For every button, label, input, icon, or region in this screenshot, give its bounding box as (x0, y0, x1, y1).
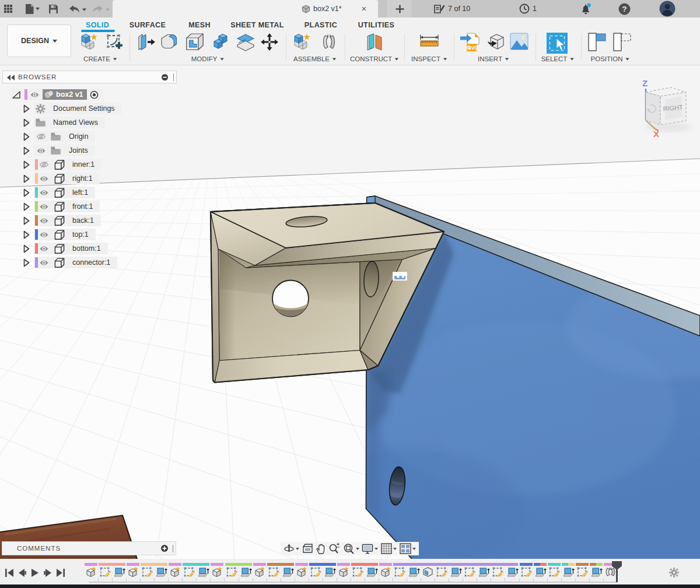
select-group-label[interactable]: SELECT (541, 55, 575, 63)
new-tab-button[interactable] (387, 0, 412, 18)
collapse-panel-icon[interactable] (7, 75, 15, 80)
workspace-selector[interactable]: DESIGN (7, 24, 71, 57)
timeline-feature-new-component[interactable] (296, 566, 308, 578)
construct-group-label[interactable]: CONSTRUCT (350, 55, 399, 63)
browser-row-named-views[interactable]: Named Views (0, 117, 181, 128)
timeline-feature-extrude[interactable] (478, 566, 490, 578)
insert-derive-tool[interactable] (486, 33, 506, 54)
panel-resize-handle[interactable] (173, 74, 174, 81)
notifications-button[interactable] (579, 0, 592, 18)
move-copy-tool[interactable] (260, 33, 279, 54)
look-at-tool[interactable] (302, 544, 313, 554)
timeline-feature-extrude[interactable] (590, 566, 603, 578)
timeline-feature-new-component[interactable] (169, 566, 181, 578)
viewcube[interactable]: Z X RIGHT (636, 71, 697, 138)
timeline-feature-sketch[interactable] (492, 566, 504, 578)
position-revert-tool[interactable] (613, 33, 633, 55)
timeline-feature-extrude[interactable] (197, 566, 209, 578)
app-grid-icon[interactable] (0, 0, 17, 18)
comments-panel[interactable]: COMMENTS (2, 541, 176, 555)
expand-arrow-icon[interactable] (23, 132, 30, 141)
timeline-playhead[interactable] (611, 561, 629, 584)
timeline-feature-box[interactable] (422, 566, 434, 578)
expand-arrow-icon[interactable] (23, 202, 30, 211)
assemble-group-label[interactable]: ASSEMBLE (293, 55, 337, 63)
fillet-tool[interactable] (159, 33, 178, 54)
browser-row-bottom-1[interactable]: bottom:1 (0, 243, 181, 254)
tab-mesh[interactable]: MESH (188, 21, 211, 30)
eye-icon[interactable] (37, 148, 46, 154)
insert-group-label[interactable]: INSERT (478, 55, 509, 63)
grid-settings-tool[interactable] (381, 543, 397, 554)
display-settings-tool[interactable] (362, 544, 378, 554)
expand-arrow-icon[interactable] (23, 244, 30, 253)
expand-arrow-icon[interactable] (23, 174, 30, 183)
timeline-feature-sketch[interactable] (436, 566, 448, 578)
expand-arrow-icon[interactable] (23, 104, 30, 113)
create-sketch-tool[interactable] (105, 33, 124, 54)
timeline-feature-sketch[interactable] (99, 566, 111, 578)
measure-tool[interactable] (419, 33, 440, 54)
eye-icon[interactable] (30, 92, 39, 98)
browser-row-right-1[interactable]: right:1 (0, 173, 181, 184)
timeline-feature-sketch[interactable] (520, 566, 533, 578)
save-button[interactable] (46, 0, 61, 18)
eye-icon[interactable] (40, 232, 48, 238)
browser-header[interactable]: BROWSER (2, 71, 177, 83)
eye-icon[interactable] (40, 204, 48, 210)
timeline-feature-extrude[interactable] (324, 566, 336, 578)
timeline-feature-new-component[interactable] (380, 566, 392, 578)
eye-icon[interactable] (37, 133, 46, 140)
timeline-feature-new-component[interactable] (338, 566, 350, 578)
viewcube-cube[interactable]: RIGHT (646, 88, 686, 125)
offset-face-tool[interactable] (236, 33, 255, 54)
timeline-feature-sketch[interactable] (548, 566, 561, 578)
position-capture-tool[interactable] (588, 33, 608, 55)
eye-icon[interactable] (40, 176, 48, 182)
combine-tool[interactable] (211, 33, 230, 54)
modify-group-label[interactable]: MODIFY (191, 55, 225, 63)
tab-solid[interactable]: SOLID (86, 21, 109, 30)
joint-tool[interactable] (320, 33, 338, 54)
eye-icon[interactable] (40, 246, 48, 252)
timeline-feature-new-component[interactable] (211, 566, 223, 578)
expand-arrow-icon[interactable] (23, 146, 30, 155)
browser-row-joints[interactable]: Joints (0, 145, 181, 156)
root-component[interactable]: box2 v1 (43, 89, 87, 100)
eye-icon[interactable] (40, 190, 48, 196)
timeline-feature-sketch[interactable] (352, 566, 364, 578)
timeline-feature-sketch[interactable] (394, 566, 406, 578)
expand-arrow-icon[interactable] (23, 230, 30, 239)
document-tab[interactable]: box2 v1* × (113, 0, 378, 18)
assemble-new-component-tool[interactable] (293, 33, 312, 54)
zoom-tool[interactable] (328, 543, 340, 554)
expand-arrow-icon[interactable] (23, 188, 30, 197)
timeline-feature-sketch[interactable] (576, 566, 589, 578)
tab-sheet-metal[interactable]: SHEET METAL (230, 21, 284, 30)
redo-button[interactable] (89, 0, 113, 18)
browser-row-document-settings[interactable]: Document Settings (0, 103, 181, 114)
avatar[interactable] (659, 0, 676, 18)
timeline-feature-extrude[interactable] (282, 566, 294, 578)
close-tab-icon[interactable]: × (359, 4, 369, 13)
timeline-feature-extrude[interactable] (155, 566, 167, 578)
hide-all-icon[interactable] (162, 74, 168, 80)
expand-arrow-icon[interactable] (23, 258, 30, 267)
pan-tool[interactable] (316, 544, 326, 554)
timeline-feature-sketch[interactable] (310, 566, 322, 578)
shell-tool[interactable] (186, 33, 204, 54)
viewports-tool[interactable] (400, 543, 416, 554)
expand-arrow-icon[interactable] (23, 118, 30, 127)
expand-arrow-icon[interactable] (23, 160, 30, 169)
new-component-tool[interactable] (80, 33, 99, 54)
orbit-tool[interactable] (284, 543, 299, 554)
timeline-feature-new-component[interactable] (127, 566, 139, 578)
browser-row-root[interactable]: box2 v1 (0, 89, 181, 100)
inspect-group-label[interactable]: INSPECT (411, 55, 447, 63)
timeline-feature-extrude[interactable] (366, 566, 378, 578)
timeline-feature-extrude[interactable] (450, 566, 462, 578)
position-group-label[interactable]: POSITION (591, 55, 630, 63)
timeline-feature-new-component[interactable] (254, 566, 266, 578)
expand-arrow-icon[interactable] (23, 216, 30, 225)
tab-plastic[interactable]: PLASTIC (304, 21, 337, 30)
